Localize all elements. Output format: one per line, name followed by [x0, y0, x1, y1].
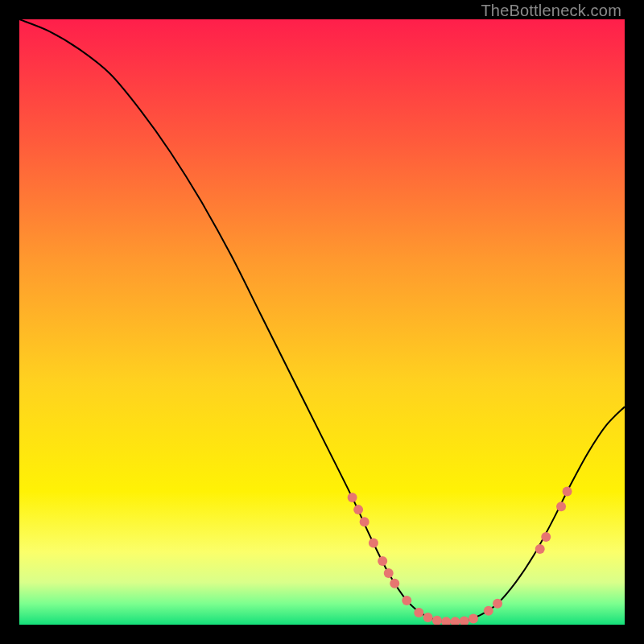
curve-marker [469, 613, 478, 623]
curve-marker [414, 608, 423, 617]
curve-marker [541, 532, 551, 542]
bottleneck-chart [19, 19, 625, 625]
curve-marker [402, 596, 411, 605]
curve-marker [484, 606, 493, 616]
curve-marker [369, 538, 378, 547]
curve-marker [390, 579, 399, 588]
gradient-background [19, 19, 625, 625]
curve-marker [493, 599, 502, 609]
curve-marker [360, 517, 369, 526]
curve-marker [556, 502, 566, 511]
curve-marker [535, 544, 545, 554]
curve-marker [384, 568, 394, 578]
curve-marker [423, 613, 433, 622]
curve-marker [353, 505, 363, 514]
chart-frame [19, 19, 625, 625]
curve-marker [378, 556, 387, 566]
curve-marker [348, 493, 357, 502]
curve-marker [563, 487, 572, 497]
watermark-text: TheBottleneck.com [481, 2, 621, 20]
